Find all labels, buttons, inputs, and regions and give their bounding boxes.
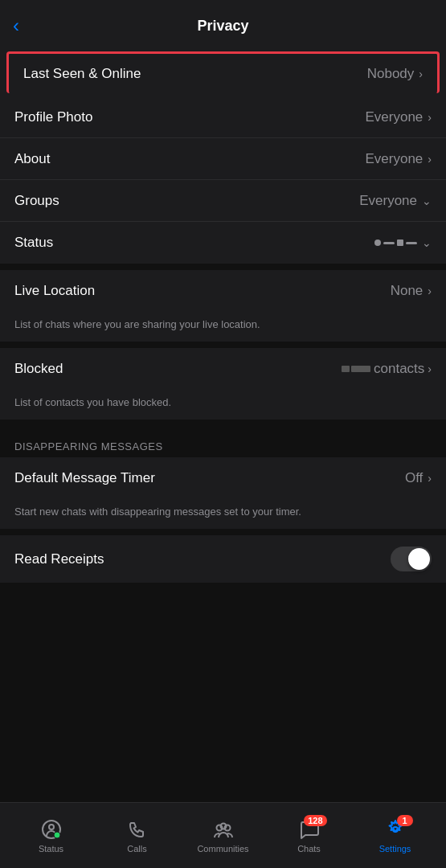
read-receipts-label: Read Receipts bbox=[14, 551, 104, 567]
status-nav-icon bbox=[40, 818, 63, 841]
read-receipts-section: Read Receipts bbox=[0, 535, 446, 583]
nav-item-calls[interactable]: Calls bbox=[94, 818, 180, 854]
live-location-label: Live Location bbox=[14, 283, 95, 299]
status-row[interactable]: Status ⌄ bbox=[0, 222, 446, 264]
status-nav-label: Status bbox=[39, 844, 63, 854]
groups-chevron: ⌄ bbox=[422, 194, 432, 207]
live-location-row[interactable]: Live Location None › bbox=[0, 270, 446, 312]
nav-item-settings[interactable]: 1 Settings bbox=[352, 818, 438, 854]
svg-point-1 bbox=[49, 825, 54, 829]
blocked-row[interactable]: Blocked contacts › bbox=[0, 348, 446, 390]
blocked-visual bbox=[342, 366, 370, 372]
blocked-group: Blocked contacts › List of contacts you … bbox=[0, 348, 446, 420]
last-seen-right: Nobody › bbox=[367, 66, 423, 82]
about-value: Everyone bbox=[366, 151, 423, 167]
nav-item-communities[interactable]: Communities bbox=[180, 818, 266, 854]
calls-nav-label: Calls bbox=[127, 844, 146, 854]
blocked-right: contacts › bbox=[342, 361, 432, 377]
about-chevron: › bbox=[428, 153, 432, 166]
live-location-chevron: › bbox=[428, 285, 432, 297]
settings-nav-icon: 1 bbox=[384, 818, 407, 841]
profile-photo-chevron: › bbox=[428, 111, 432, 124]
groups-right: Everyone ⌄ bbox=[359, 193, 432, 209]
communities-nav-icon bbox=[212, 818, 235, 841]
disappearing-group: Default Message Timer Off › Start new ch… bbox=[0, 457, 446, 529]
privacy-group: Last Seen & Online Nobody › Profile Phot… bbox=[0, 48, 446, 264]
blocked-bar-1 bbox=[342, 366, 350, 372]
default-timer-label: Default Message Timer bbox=[14, 470, 155, 486]
status-dot-1 bbox=[374, 240, 381, 246]
about-row[interactable]: About Everyone › bbox=[0, 138, 446, 180]
blocked-value: contacts bbox=[374, 361, 424, 377]
read-receipts-toggle[interactable] bbox=[391, 547, 432, 571]
status-line-1 bbox=[383, 242, 395, 244]
blocked-bar-2 bbox=[351, 366, 370, 372]
profile-photo-value: Everyone bbox=[366, 109, 423, 125]
groups-value: Everyone bbox=[359, 193, 417, 209]
default-timer-value: Off bbox=[405, 470, 423, 486]
blocked-section: Blocked contacts › List of contacts you … bbox=[0, 348, 446, 420]
about-label: About bbox=[14, 151, 50, 167]
status-right: ⌄ bbox=[374, 236, 432, 249]
blocked-chevron: › bbox=[428, 362, 432, 375]
read-receipts-group: Read Receipts bbox=[0, 535, 446, 583]
default-timer-row[interactable]: Default Message Timer Off › bbox=[0, 457, 446, 499]
nav-item-status[interactable]: Status bbox=[8, 818, 94, 854]
live-location-group: Live Location None › List of chats where… bbox=[0, 270, 446, 342]
chats-nav-label: Chats bbox=[297, 844, 321, 854]
toggle-knob bbox=[408, 548, 430, 570]
nav-item-chats[interactable]: 128 Chats bbox=[266, 818, 352, 854]
header: ‹ Privacy bbox=[0, 0, 446, 48]
status-chevron: ⌄ bbox=[422, 236, 432, 249]
communities-nav-label: Communities bbox=[197, 844, 248, 854]
last-seen-value: Nobody bbox=[367, 66, 415, 82]
last-seen-label: Last Seen & Online bbox=[23, 66, 141, 82]
settings-badge: 1 bbox=[397, 815, 413, 826]
profile-photo-row[interactable]: Profile Photo Everyone › bbox=[0, 96, 446, 138]
status-label: Status bbox=[14, 235, 53, 251]
blocked-label: Blocked bbox=[14, 361, 63, 377]
default-timer-chevron: › bbox=[428, 472, 432, 485]
groups-row[interactable]: Groups Everyone ⌄ bbox=[0, 180, 446, 222]
chats-badge: 128 bbox=[304, 815, 326, 826]
last-seen-chevron: › bbox=[419, 68, 423, 80]
disappearing-section: DISAPPEARING MESSAGES Default Message Ti… bbox=[0, 426, 446, 529]
profile-photo-right: Everyone › bbox=[366, 109, 432, 125]
profile-photo-label: Profile Photo bbox=[14, 109, 92, 125]
status-icons bbox=[374, 240, 417, 246]
status-line-2 bbox=[406, 242, 417, 244]
disappearing-desc: Start new chats with disappearing messag… bbox=[0, 499, 446, 529]
live-location-value: None bbox=[391, 283, 423, 299]
live-location-right: None › bbox=[391, 283, 432, 299]
bottom-navigation: Status Calls Communities bbox=[0, 802, 446, 868]
back-button[interactable]: ‹ bbox=[13, 14, 19, 37]
live-location-desc: List of chats where you are sharing your… bbox=[0, 312, 446, 342]
read-receipts-row[interactable]: Read Receipts bbox=[0, 535, 446, 583]
privacy-section: Last Seen & Online Nobody › Profile Phot… bbox=[0, 48, 446, 264]
page-title: Privacy bbox=[197, 18, 248, 35]
blocked-desc: List of contacts you have blocked. bbox=[0, 390, 446, 420]
groups-label: Groups bbox=[14, 193, 59, 209]
settings-nav-label: Settings bbox=[379, 844, 411, 854]
status-square-1 bbox=[397, 240, 403, 246]
live-location-section: Live Location None › List of chats where… bbox=[0, 270, 446, 342]
default-timer-right: Off › bbox=[405, 470, 432, 486]
about-right: Everyone › bbox=[366, 151, 432, 167]
last-seen-row[interactable]: Last Seen & Online Nobody › bbox=[6, 51, 440, 93]
disappearing-header: DISAPPEARING MESSAGES bbox=[0, 426, 446, 457]
chats-nav-icon: 128 bbox=[298, 818, 321, 841]
read-receipts-toggle-container bbox=[391, 547, 432, 571]
calls-nav-icon bbox=[126, 818, 149, 841]
